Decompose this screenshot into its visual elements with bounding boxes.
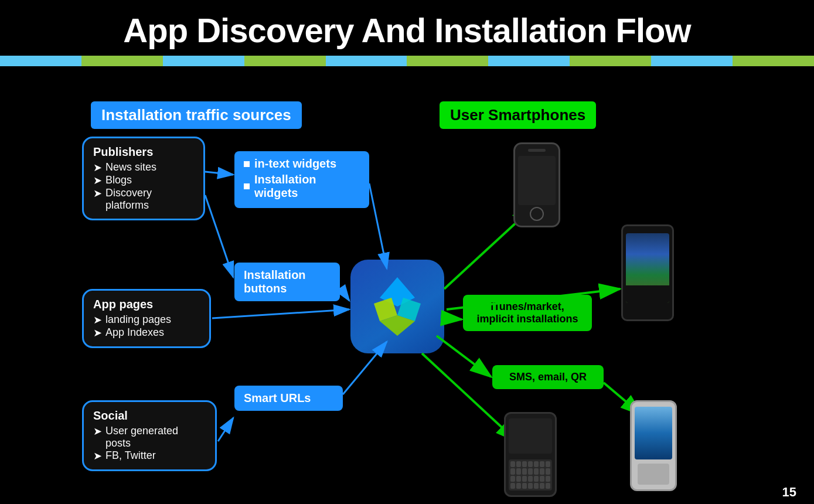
- social-item-2: ➤ FB, Twitter: [93, 449, 206, 462]
- page-number: 15: [782, 485, 796, 500]
- social-box: Social ➤ User generated posts ➤ FB, Twit…: [82, 400, 217, 471]
- install-widget-label: Installation widgets: [244, 173, 360, 200]
- sms-label: SMS, email, QR: [492, 365, 604, 389]
- itunes-label: iTunes/market, implicit installations: [463, 295, 592, 331]
- apppages-item-2: ➤ App Indexes: [93, 326, 200, 339]
- svg-line-8: [212, 309, 349, 318]
- user-smartphones-label: User Smartphones: [440, 101, 596, 129]
- bb-keyboard: [509, 459, 552, 491]
- widgets-button[interactable]: in-text widgets Installation widgets: [234, 151, 369, 208]
- svg-line-16: [437, 336, 491, 377]
- nokia-phone: [630, 400, 677, 491]
- bb-screen: [509, 418, 552, 454]
- apppages-title: App pages: [93, 298, 200, 311]
- publishers-box: Publishers ➤ News sites ➤ Blogs ➤ Discov…: [82, 137, 205, 220]
- apppages-box: App pages ➤ landing pages ➤ App Indexes: [82, 289, 211, 348]
- android-phone: [621, 224, 674, 321]
- deco-bar: [0, 56, 814, 66]
- traffic-sources-label: Installation traffic sources: [91, 101, 302, 129]
- svg-line-11: [341, 289, 349, 301]
- installation-buttons[interactable]: Installation buttons: [234, 263, 340, 301]
- app-icon: [350, 260, 444, 353]
- smart-urls-button[interactable]: Smart URLs: [234, 386, 343, 411]
- intext-widget-label: in-text widgets: [244, 157, 360, 171]
- svg-line-6: [205, 172, 233, 175]
- iphone-phone: [513, 142, 560, 227]
- app-logo-icon: [362, 271, 432, 342]
- publishers-item-2: ➤ Blogs: [93, 174, 194, 187]
- nokia-keys: [638, 464, 669, 485]
- social-title: Social: [93, 409, 206, 423]
- main-content: Installation traffic sources User Smartp…: [0, 66, 814, 504]
- iphone-screen: [518, 156, 556, 205]
- page-title: App Discovery And Installation Flow: [0, 0, 814, 50]
- svg-line-7: [205, 195, 233, 277]
- apppages-item-1: ➤ landing pages: [93, 314, 200, 326]
- nokia-screen: [635, 407, 672, 459]
- publishers-item-3: ➤ Discovery platforms: [93, 187, 194, 212]
- svg-line-10: [369, 183, 387, 268]
- publishers-title: Publishers: [93, 145, 194, 159]
- blackberry-phone: [504, 412, 557, 497]
- svg-line-9: [218, 418, 233, 441]
- svg-line-15: [444, 318, 462, 319]
- social-item-1: ➤ User generated posts: [93, 425, 206, 449]
- android-screen: [626, 233, 669, 303]
- publishers-item-1: ➤ News sites: [93, 161, 194, 174]
